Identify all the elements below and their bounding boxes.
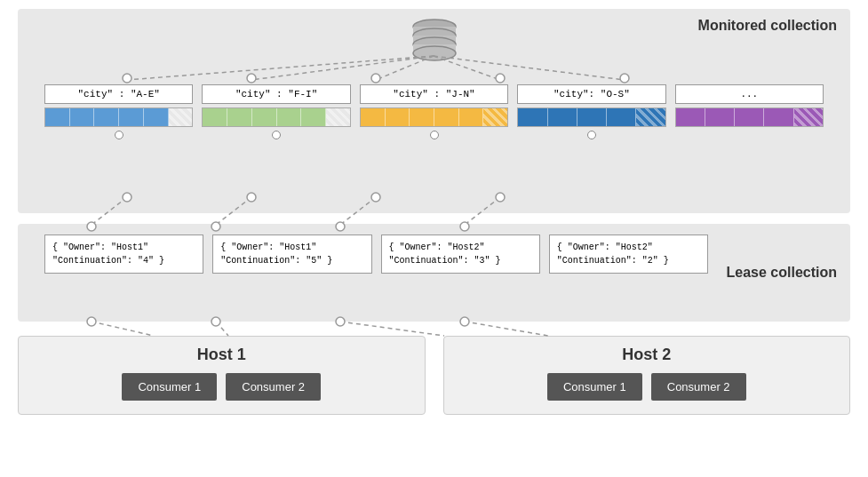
partition-dot-jn <box>430 131 439 139</box>
block <box>705 108 735 126</box>
lease-box-2: { "Owner": "Host1""Continuation": "5" } <box>212 235 371 274</box>
partition-box-jn: "city" : "J-N" <box>360 84 508 139</box>
host2-consumer2-button[interactable]: Consumer 2 <box>651 373 746 401</box>
host2-title: Host 2 <box>458 346 837 364</box>
host1-title: Host 1 <box>32 346 411 364</box>
svg-line-31 <box>340 322 444 336</box>
partition-dot-ae <box>115 131 123 139</box>
partition-box-fi: "city" : "F-I" <box>202 84 350 139</box>
database-icon <box>408 16 461 68</box>
block <box>252 108 277 126</box>
partition-box-etc: ... <box>675 84 824 127</box>
partition-dot-os <box>587 131 596 139</box>
block <box>607 108 636 126</box>
block <box>434 108 459 126</box>
lease-label: Lease collection <box>727 265 838 281</box>
block <box>764 108 793 126</box>
svg-line-29 <box>92 322 154 336</box>
main-container: Monitored collection "city" : "A-E" <box>0 0 868 477</box>
partition-blocks-jn <box>360 107 508 127</box>
partition-blocks-fi <box>202 107 350 127</box>
partition-label-fi: "city" : "F-I" <box>202 84 350 104</box>
block <box>735 108 764 126</box>
partition-blocks-os <box>517 107 665 127</box>
block-hatched <box>483 108 507 126</box>
partition-dot-fi <box>272 131 281 139</box>
block <box>548 108 577 126</box>
svg-line-32 <box>465 322 548 336</box>
host1-consumers: Consumer 1 Consumer 2 <box>32 373 411 401</box>
partition-label-jn: "city" : "J-N" <box>360 84 508 104</box>
block <box>70 108 95 126</box>
lease-box-1: { "Owner": "Host1""Continuation": "4" } <box>44 235 203 274</box>
partition-container: "city" : "A-E" "city" : "F-I" <box>44 84 824 139</box>
lease-boxes: { "Owner": "Host1""Continuation": "4" } … <box>44 235 708 274</box>
partition-blocks-etc <box>675 107 824 127</box>
lease-box-3: { "Owner": "Host2""Continuation": "3" } <box>381 235 540 274</box>
block-hatched <box>326 108 350 126</box>
block <box>410 108 434 126</box>
host2-consumer1-button[interactable]: Consumer 1 <box>547 373 642 401</box>
partition-label-ae: "city" : "A-E" <box>44 84 193 104</box>
partition-blocks-ae <box>44 107 193 127</box>
block <box>144 108 169 126</box>
hosts-container: Host 1 Consumer 1 Consumer 2 Host 2 Cons… <box>18 336 850 415</box>
block-hatched <box>169 108 193 126</box>
host1-consumer1-button[interactable]: Consumer 1 <box>122 373 217 401</box>
host2-consumers: Consumer 1 Consumer 2 <box>458 373 837 401</box>
block <box>301 108 326 126</box>
block <box>119 108 144 126</box>
host2-section: Host 2 Consumer 1 Consumer 2 <box>443 336 851 415</box>
partition-label-etc: ... <box>675 84 824 104</box>
block <box>676 108 705 126</box>
lease-section: Lease collection { "Owner": "Host1""Cont… <box>18 224 850 322</box>
host1-section: Host 1 Consumer 1 Consumer 2 <box>18 336 426 415</box>
svg-line-30 <box>216 322 228 336</box>
partition-box-ae: "city" : "A-E" <box>44 84 193 139</box>
monitored-label: Monitored collection <box>698 18 837 34</box>
monitored-section: Monitored collection "city" : "A-E" <box>18 9 850 213</box>
block <box>459 108 484 126</box>
block <box>203 108 227 126</box>
block <box>94 108 119 126</box>
block <box>518 108 547 126</box>
block <box>361 108 386 126</box>
partition-label-os: "city": "O-S" <box>517 84 665 104</box>
block <box>227 108 252 126</box>
block-hatched <box>636 108 665 126</box>
partition-box-os: "city": "O-S" <box>517 84 665 139</box>
block-hatched <box>794 108 823 126</box>
block <box>45 108 70 126</box>
block <box>577 108 607 126</box>
host1-consumer2-button[interactable]: Consumer 2 <box>226 373 321 401</box>
block <box>386 108 410 126</box>
lease-box-4: { "Owner": "Host2""Continuation": "2" } <box>549 235 708 274</box>
svg-point-6 <box>413 46 456 60</box>
block <box>277 108 302 126</box>
